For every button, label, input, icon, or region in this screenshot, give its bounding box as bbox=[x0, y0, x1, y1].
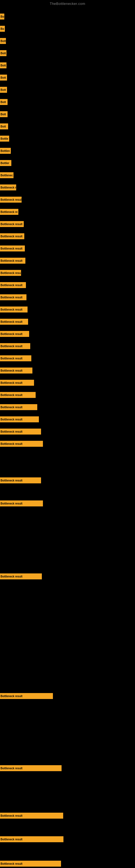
bar-row: Bottleneck resul bbox=[0, 197, 21, 203]
bar-label: Bott bbox=[1, 101, 6, 104]
bar-label: Bottleneck resul bbox=[1, 198, 21, 201]
bar-label: Bottleneck result bbox=[1, 320, 22, 323]
bar-label: Bottleneck result bbox=[1, 235, 22, 238]
bar-row: Bottleneck result bbox=[0, 221, 24, 227]
bar-label: Bottlen bbox=[1, 150, 10, 152]
bar-label: Bottleneck result bbox=[1, 369, 22, 372]
bar-row: Bottleneck resu bbox=[0, 270, 21, 276]
bar-row: Bott bbox=[0, 38, 6, 44]
bar-row: Bottleneck result bbox=[0, 574, 42, 579]
bar-label: Bott bbox=[1, 40, 6, 42]
bar-row: Bottleneck result bbox=[0, 416, 39, 422]
bar-label: Bott bbox=[1, 64, 6, 67]
bar-label: Bottleneck result bbox=[1, 381, 22, 384]
bar-label: Bottleneck result bbox=[1, 345, 22, 348]
bar-row: Bottleneck result bbox=[0, 693, 53, 699]
bar-row: Bottleneck result bbox=[0, 441, 43, 447]
bar-label: Bottleneck result bbox=[1, 259, 22, 262]
bar-row: Bottleneck result bbox=[0, 331, 29, 337]
bar-row: Bottleneck result bbox=[0, 477, 41, 484]
bar-label: Bott bbox=[1, 125, 6, 128]
bar-row: Bottleneck result bbox=[0, 307, 28, 312]
bar-label: Bottleneck result bbox=[1, 357, 22, 360]
bar-label: Bottleneck result bbox=[1, 479, 22, 482]
bar-label: Bottleneck result bbox=[1, 418, 22, 421]
bar-label: Bott bbox=[1, 113, 6, 116]
bar-label: Bottleneck result bbox=[1, 695, 22, 698]
bar-row: Bott bbox=[0, 50, 6, 56]
bar-label: Bottleneck result bbox=[1, 284, 22, 287]
bar-label: Bottleneck result bbox=[1, 296, 22, 299]
bar-label: Bott bbox=[1, 76, 6, 79]
bar-row: Bottler bbox=[0, 160, 11, 166]
site-title: TheBottlenecker.com bbox=[0, 0, 135, 7]
bar-label: Bottleneck r bbox=[1, 186, 16, 189]
bar-row: Bottleneck re bbox=[0, 209, 18, 215]
bar-row: Bottlenec bbox=[0, 172, 13, 178]
bar-row: Bo bbox=[0, 26, 5, 32]
bar-label: Bottleneck result bbox=[1, 223, 22, 226]
bar-row: Bottlen bbox=[0, 148, 11, 154]
bar-row: Bottleneck result bbox=[0, 813, 63, 818]
bar-row: Bottleneck result bbox=[0, 404, 37, 410]
bar-row: Bottleneck result bbox=[0, 343, 30, 349]
bar-label: Bott bbox=[1, 52, 6, 55]
bar-row: Bottleneck result bbox=[0, 392, 36, 398]
bar-row: Bottleneck result bbox=[0, 233, 24, 239]
bar-label: Bottleneck result bbox=[1, 333, 22, 336]
bar-row: Bottleneck result bbox=[0, 368, 32, 373]
bar-label: Bottleneck result bbox=[1, 814, 22, 817]
bar-row: Bottleneck result bbox=[0, 380, 34, 386]
bar-label: Bottle bbox=[1, 137, 8, 140]
bar-label: Bottleneck resu bbox=[1, 272, 21, 275]
bar-label: Bottler bbox=[1, 162, 9, 165]
bar-row: Bottleneck result bbox=[0, 319, 28, 325]
bar-row: Bottleneck result bbox=[0, 246, 25, 251]
bar-row: Bottleneck result bbox=[0, 429, 41, 435]
bar-label: Bottleneck result bbox=[1, 575, 22, 578]
bar-label: Bottleneck result bbox=[1, 502, 22, 505]
bar-row: Bottleneck result bbox=[0, 861, 61, 867]
bar-row: Bottleneck result bbox=[0, 282, 26, 288]
bar-row: Bottleneck result bbox=[0, 765, 61, 771]
bar-row: Bott bbox=[0, 123, 8, 129]
bar-row: Bottleneck result bbox=[0, 836, 63, 842]
bar-label: Bottleneck result bbox=[1, 862, 22, 865]
bar-label: Bottlenec bbox=[1, 174, 13, 177]
bar-row: Bottleneck result bbox=[0, 355, 31, 361]
bar-label: Bottleneck result bbox=[1, 308, 22, 311]
bar-label: Bottleneck result bbox=[1, 767, 22, 770]
bar-label: Bott bbox=[1, 88, 6, 91]
bar-row: Bott bbox=[0, 87, 7, 93]
bar-row: Bottleneck result bbox=[0, 500, 43, 506]
bar-label: Bottleneck result bbox=[1, 406, 22, 409]
bar-label: Bottleneck result bbox=[1, 247, 22, 250]
bar-row: Bott bbox=[0, 74, 7, 81]
bar-row: Bottleneck r bbox=[0, 184, 16, 190]
bar-row: Bo bbox=[0, 13, 4, 20]
bar-label: Bottleneck result bbox=[1, 430, 22, 433]
bar-label: Bo bbox=[1, 15, 4, 18]
bar-row: Bottle bbox=[0, 135, 9, 142]
bar-label: Bottleneck re bbox=[1, 211, 17, 214]
bar-label: Bottleneck result bbox=[1, 442, 22, 445]
bar-label: Bottleneck result bbox=[1, 838, 22, 841]
bar-row: Bottleneck result bbox=[0, 258, 26, 264]
bar-row: Bott bbox=[0, 111, 8, 117]
bar-label: Bo bbox=[1, 27, 4, 30]
bar-row: Bott bbox=[0, 62, 6, 68]
bar-label: Bottleneck result bbox=[1, 394, 22, 397]
bar-row: Bott bbox=[0, 99, 8, 105]
bar-row: Bottleneck result bbox=[0, 294, 27, 300]
